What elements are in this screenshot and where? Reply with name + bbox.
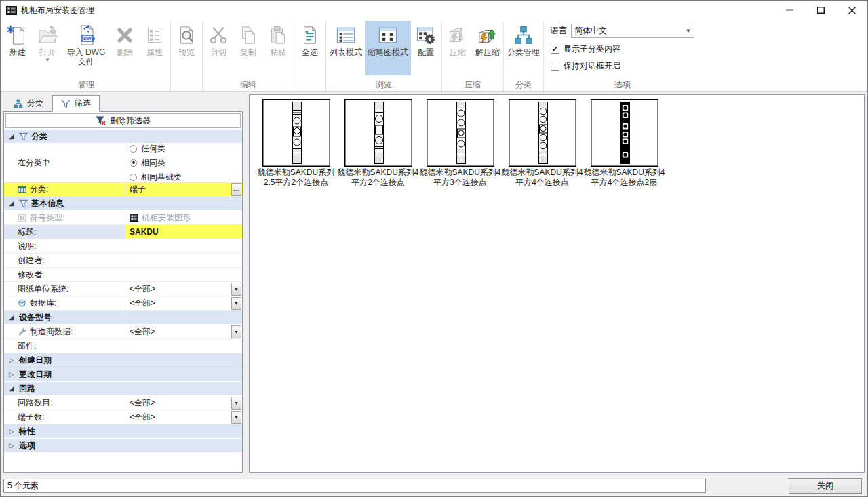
row-classification[interactable]: 分类: 端子 ... [4,182,242,197]
ribbon-button-delete[interactable]: 删除 [110,21,140,75]
ribbon-button-thumbnail-mode[interactable]: 缩略图模式 [365,21,411,75]
ribbon-toolbar: 新建 打开 ▼ DWG 导入 DWG 文件 [1,20,867,92]
wrench-icon [18,327,26,336]
ribbon-group-manage: 新建 打开 ▼ DWG 导入 DWG 文件 [2,21,171,91]
row-in-classification: 在分类中 任何类 相同类 [4,144,242,182]
section-circuit[interactable]: ◢ 回路 [4,382,242,396]
close-button[interactable]: 关闭 [789,478,862,494]
thumbnail-drawing [591,99,658,167]
section-classification[interactable]: ◢ 分类 [4,130,242,144]
ribbon-button-preview[interactable]: 预览 [172,21,201,75]
ribbon-button-list-mode[interactable]: 列表模式 [327,21,365,75]
thumbnail-caption: 魏德米勒SAKDU系列4平方2个连接点 [337,167,419,188]
thumbnail-item[interactable]: 魏德米勒SAKDU系列4平方4个连接点 [501,99,583,188]
row-manufacturer-data[interactable]: 制造商数据: <全部> ▼ [4,325,242,339]
row-database[interactable]: 数据库: <全部> ▼ [4,296,242,311]
browse-ellipsis-button[interactable]: ... [231,183,241,196]
collapsed-icon: ▷ [7,427,16,435]
ribbon-group-compress: 压缩 解压缩 压缩 [442,21,504,91]
minimize-button[interactable] [774,1,805,20]
title-bar: 机柜布局安装图管理 [1,1,867,20]
row-description[interactable]: 说明: [4,239,242,254]
radio-icon [130,174,137,181]
section-properties[interactable]: ▷ 特性 [4,424,242,439]
database-dropdown[interactable]: ▼ [231,297,241,310]
copy-icon [237,23,260,47]
thumbnail-item[interactable]: 魏德米勒SAKDU系列4平方4个连接点2层 [583,99,665,188]
ribbon-group-select-all: 全选 [294,21,326,91]
manufacturer-data-dropdown[interactable]: ▼ [231,325,241,338]
properties-icon [143,23,166,47]
row-title[interactable]: 标题: SAKDU [4,225,242,239]
ribbon-button-compress[interactable]: 压缩 [443,21,473,75]
ribbon-button-configure[interactable]: 配置 [411,21,441,75]
ribbon-button-properties[interactable]: 属性 [140,21,170,75]
row-circuit-count[interactable]: 回路数目: <全部> ▼ [4,396,242,410]
row-unit-system[interactable]: 图纸单位系统: <全部> ▼ [4,282,242,296]
delete-icon [113,23,136,47]
section-basic-info[interactable]: ◢ 基本信息 [4,197,242,211]
ribbon-button-paste[interactable]: 粘贴 [263,21,293,75]
ribbon-button-new[interactable]: 新建 [3,21,33,75]
filter-sidebar: 分类 筛选 删除筛选器 [3,94,243,473]
paste-icon [267,23,290,47]
section-device-model[interactable]: ◢ 设备型号 [4,311,242,325]
maximize-button[interactable] [805,1,836,20]
status-count-field: 5 个元素 [3,479,706,493]
ribbon-button-decompress[interactable]: 解压缩 [473,21,502,75]
close-window-button[interactable] [836,1,867,20]
checkbox-checked-icon: ✓ [551,45,559,54]
section-options[interactable]: ▷ 选项 [4,439,242,453]
filter-property-grid: ◢ 分类 在分类中 任何类 [4,130,242,472]
row-symbol-type[interactable]: M 符号类型: 机柜安装图形 [4,211,242,225]
ribbon-button-import-dwg[interactable]: DWG 导入 DWG 文件 [62,21,110,75]
radio-same-base-class[interactable]: 相同基础类 [130,172,182,183]
section-create-date[interactable]: ▷ 创建日期 [4,353,242,367]
row-part[interactable]: 部件: [4,339,242,353]
expanded-icon: ◢ [7,313,16,321]
thumbnail-item[interactable]: 魏德米勒SAKDU系列4平方2个连接点 [337,99,419,188]
circuit-count-value: <全部> [130,397,155,409]
ribbon-button-open[interactable]: 打开 ▼ [33,21,62,75]
thumbnail-item[interactable]: 魏德米勒SAKDU系列2.5平方2个连接点 [255,99,337,188]
ribbon-group-category: 分类管理 分类 [504,21,544,91]
language-select[interactable]: 简体中文 ▼ [571,24,694,38]
database-value: <全部> [130,298,155,309]
row-terminal-count[interactable]: 端子数: <全部> ▼ [4,410,242,424]
expanded-icon: ◢ [7,132,16,140]
tab-filter[interactable]: 筛选 [52,95,100,112]
circuit-count-dropdown[interactable]: ▼ [231,397,241,410]
collapsed-icon: ▷ [7,441,16,450]
ribbon-button-cut[interactable]: 剪切 [203,21,233,75]
row-creator[interactable]: 创建者: [4,254,242,268]
section-modify-date[interactable]: ▷ 更改日期 [4,367,242,382]
ribbon-button-copy[interactable]: 复制 [233,21,263,75]
tab-classification[interactable]: 分类 [5,95,52,112]
thumbnail-caption: 魏德米勒SAKDU系列4平方4个连接点 [501,167,583,188]
cut-icon [207,23,230,47]
checkbox-keep-dialog-open[interactable]: 保持对话框开启 [551,60,694,72]
svg-text:DWG: DWG [83,36,96,41]
decompress-icon [476,23,499,47]
symbol-type-icon: M [18,214,26,222]
ribbon-group-preview: 预览 [171,21,203,91]
unit-system-dropdown[interactable]: ▼ [231,283,241,296]
row-modifier[interactable]: 修改者: [4,268,242,282]
title-value: SAKDU [130,227,159,237]
ribbon-button-category-management[interactable]: 分类管理 [505,21,542,75]
thumbnail-mode-icon [376,23,399,47]
delete-filter-button[interactable]: 删除筛选器 [5,113,241,128]
new-document-icon [6,23,29,47]
radio-icon [130,145,137,153]
checkbox-show-subcategory[interactable]: ✓ 显示子分类内容 [551,43,694,55]
ribbon-group-label: 管理 [3,79,170,91]
thumbnail-item[interactable]: 魏德米勒SAKDU系列4平方3个连接点 [419,99,501,188]
dropdown-arrow-icon: ▼ [45,58,50,63]
radio-any-class[interactable]: 任何类 [130,143,182,155]
radio-same-class[interactable]: 相同类 [130,157,182,169]
classification-grid-icon [18,185,26,194]
chevron-down-icon: ▼ [683,28,694,34]
ribbon-group-browse: 列表模式 缩略图模式 配置 浏览 [326,21,442,91]
terminal-count-dropdown[interactable]: ▼ [231,411,241,424]
ribbon-button-select-all[interactable]: 全选 [295,21,325,75]
